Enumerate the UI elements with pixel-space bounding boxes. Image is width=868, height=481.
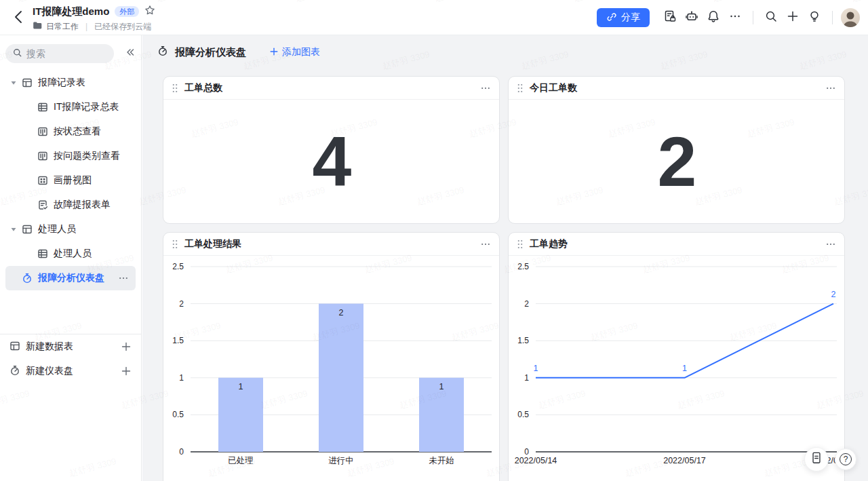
svg-text:1.5: 1.5 [172, 336, 184, 345]
page-title: IT报障处理demo [33, 5, 109, 18]
new-datatable-button[interactable]: 新建数据表 [0, 334, 141, 359]
new-dashboard-button[interactable]: 新建仪表盘 [0, 359, 141, 383]
external-badge: 外部 [115, 6, 139, 17]
sidebar-item-handlers-table[interactable]: 处理人员 [5, 217, 136, 242]
expand-arrow-icon[interactable] [8, 224, 19, 235]
svg-text:0.5: 0.5 [517, 410, 529, 419]
table2-icon [37, 248, 48, 259]
drag-handle-icon[interactable] [517, 239, 524, 250]
document-icon [810, 451, 823, 467]
svg-text:1: 1 [239, 382, 243, 391]
sidebar-item-it-fault-records-summary[interactable]: IT报障记录总表 [5, 95, 136, 119]
expand-arrow-icon[interactable] [8, 77, 19, 88]
sidebar: 报障记录表IT报障记录总表按状态查看按问题类别查看画册视图故障提报表单处理人员处… [0, 35, 142, 481]
sidebar-footer: 新建数据表新建仪表盘 [0, 334, 141, 383]
sidebar-item-view-by-category[interactable]: 按问题类别查看 [5, 144, 136, 168]
doc-lock-icon [663, 9, 677, 26]
card-title: 工单处理结果 [184, 238, 241, 250]
plus-icon[interactable] [121, 366, 132, 377]
plus-icon [786, 9, 800, 26]
ellipsis-icon [728, 9, 742, 26]
add-chart-label: 添加图表 [282, 46, 320, 58]
search-button[interactable] [762, 8, 781, 27]
collapse-sidebar-button[interactable] [125, 47, 136, 60]
sidebar-search[interactable] [5, 44, 114, 63]
sidebar-item-label: 按状态查看 [54, 126, 101, 138]
card-title: 工单总数 [184, 82, 222, 94]
form-icon [37, 199, 48, 210]
drag-handle-icon[interactable] [517, 83, 524, 94]
help-button[interactable]: ? [835, 448, 856, 470]
notifications-button[interactable] [704, 8, 723, 27]
table-icon [22, 77, 33, 88]
item-more-button[interactable] [118, 273, 129, 284]
sidebar-item-label: 画册视图 [54, 174, 92, 187]
kanban-icon [37, 151, 48, 161]
add-chart-button[interactable]: 添加图表 [269, 46, 320, 58]
back-chevron-icon [12, 9, 24, 27]
footer-action-label: 新建仪表盘 [26, 365, 73, 377]
sidebar-item-fault-records-table[interactable]: 报障记录表 [5, 71, 136, 95]
card-more-button[interactable] [480, 239, 491, 250]
sidebar-item-handlers[interactable]: 处理人员 [5, 242, 136, 266]
svg-text:1: 1 [524, 373, 529, 383]
template-doc-button[interactable] [804, 447, 829, 472]
doc-permission-button[interactable] [660, 8, 679, 27]
favorite-star-button[interactable] [144, 5, 155, 18]
svg-text:2: 2 [339, 308, 344, 318]
search-icon [12, 47, 22, 60]
stat-value-today: 2 [658, 121, 696, 202]
save-status: 已经保存到云端 [94, 21, 151, 33]
svg-text:1.5: 1.5 [517, 336, 529, 345]
sidebar-item-album-view[interactable]: 画册视图 [5, 168, 136, 193]
help-bulb-button[interactable] [805, 8, 824, 27]
topbar-divider [753, 11, 753, 24]
back-button[interactable] [9, 9, 27, 27]
svg-text:0.5: 0.5 [172, 410, 184, 419]
share-button[interactable]: 分享 [597, 8, 650, 27]
stat-value-total: 4 [313, 121, 351, 202]
card-today-tickets: 今日工单数 2 [508, 76, 845, 224]
topbar: IT报障处理demo 外部 日常工作 | 已经保存到云端 分享 [0, 0, 868, 35]
search-input[interactable] [26, 48, 101, 59]
svg-text:2022/05/17: 2022/05/17 [663, 456, 706, 465]
card-more-button[interactable] [825, 83, 836, 94]
plus-icon [269, 47, 279, 58]
svg-text:未开始: 未开始 [429, 456, 454, 465]
table-icon [22, 224, 33, 235]
svg-text:2.5: 2.5 [172, 262, 184, 271]
dashboard-icon [9, 365, 20, 378]
svg-text:2: 2 [179, 299, 184, 309]
line-chart: 00.511.522.512022/05/1412022/05/1722022/… [509, 256, 844, 481]
meta-divider: | [85, 22, 87, 31]
breadcrumb-folder[interactable]: 日常工作 [46, 21, 79, 33]
lightbulb-icon [808, 9, 821, 26]
avatar[interactable] [841, 8, 860, 27]
sidebar-item-view-by-status[interactable]: 按状态查看 [5, 119, 136, 144]
topbar-divider-2 [832, 11, 833, 24]
plus-icon[interactable] [121, 341, 132, 352]
card-ticket-trend: 工单趋势 00.511.522.512022/05/1412022/05/172… [508, 232, 845, 481]
card-more-button[interactable] [480, 83, 491, 94]
sidebar-item-label: 报障记录表 [38, 77, 85, 89]
automation-button[interactable] [682, 8, 701, 27]
more-button[interactable] [726, 8, 745, 27]
table-icon [9, 341, 20, 353]
share-label: 分享 [621, 12, 640, 24]
sidebar-item-fault-analysis-dashboard[interactable]: 报障分析仪表盘 [5, 266, 136, 290]
sidebar-item-fault-report-form[interactable]: 故障提报表单 [5, 193, 136, 217]
card-title: 今日工单数 [530, 82, 577, 94]
sidebar-item-label: 故障提报表单 [54, 199, 111, 211]
create-new-button[interactable] [783, 8, 802, 27]
sidebar-item-label: 处理人员 [54, 248, 92, 260]
footer-action-label: 新建数据表 [26, 341, 73, 353]
svg-text:1: 1 [439, 382, 444, 391]
svg-text:1: 1 [682, 364, 687, 373]
sidebar-item-label: 处理人员 [38, 223, 76, 235]
bar-chart: 00.511.522.51已处理2进行中1未开始 [163, 256, 499, 481]
drag-handle-icon[interactable] [172, 239, 178, 250]
sidebar-item-label: 按问题类别查看 [54, 150, 120, 162]
drag-handle-icon[interactable] [172, 83, 178, 94]
card-more-button[interactable] [825, 239, 836, 250]
dashboard-main: 报障分析仪表盘 添加图表 工单总数 4 今日工单数 2 工单处理结果 [142, 35, 868, 481]
